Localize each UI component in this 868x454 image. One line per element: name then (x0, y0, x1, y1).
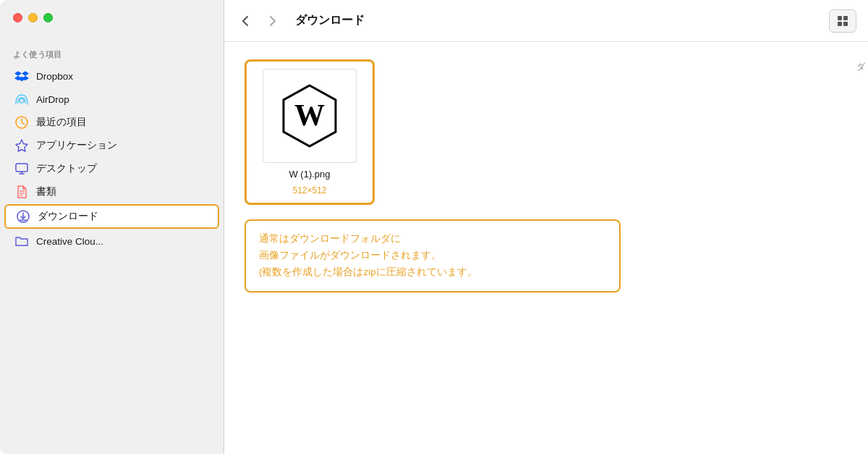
close-button[interactable] (13, 13, 22, 22)
airdrop-icon (14, 92, 29, 106)
sidebar-item-applications[interactable]: アプリケーション (4, 135, 219, 156)
sidebar-item-dropbox[interactable]: Dropbox (4, 65, 219, 87)
content-area: W W (1).png 512×512 通常はダウンロードフォルダに 画像ファイ… (224, 42, 868, 454)
sidebar-section-label: よく使う項目 (0, 43, 224, 64)
desktop-icon (14, 161, 29, 176)
sidebar-item-documents[interactable]: 書類 (4, 181, 219, 203)
view-toggle-button[interactable] (829, 9, 856, 33)
dropbox-icon (14, 69, 29, 83)
documents-icon (14, 185, 29, 199)
file-item[interactable]: W W (1).png 512×512 (244, 59, 375, 205)
main-content: ダウンロード W W (1).png 512×512 通常はダウンロードフォルダ… (224, 0, 868, 454)
dropbox-label: Dropbox (36, 71, 73, 82)
downloads-icon (16, 209, 30, 224)
back-button[interactable] (236, 12, 255, 30)
forward-button[interactable] (263, 12, 282, 30)
recents-label: 最近の項目 (36, 116, 87, 129)
traffic-lights (13, 13, 53, 22)
grid-view-icon (838, 16, 848, 26)
toolbar-title: ダウンロード (295, 13, 365, 28)
sidebar: よく使う項目 Dropbox AirDrop (0, 0, 224, 454)
airdrop-label: AirDrop (36, 94, 69, 105)
sidebar-item-desktop[interactable]: デスクトップ (4, 158, 219, 180)
sidebar-item-downloads[interactable]: ダウンロード (4, 204, 219, 229)
file-thumbnail: W (263, 69, 357, 163)
desktop-label: デスクトップ (36, 162, 97, 175)
svg-text:W: W (294, 98, 325, 132)
applications-icon (14, 138, 29, 153)
file-name: W (1).png (289, 169, 330, 180)
file-dimensions: 512×512 (292, 185, 326, 196)
folder-icon (14, 234, 29, 248)
downloads-label: ダウンロード (38, 210, 98, 223)
svg-rect-2 (16, 164, 27, 172)
file-preview-svg: W (273, 80, 346, 152)
recents-icon (14, 115, 29, 130)
fullscreen-button[interactable] (43, 13, 53, 22)
info-box-text: 通常はダウンロードフォルダに 画像ファイルがダウンロードされます。 (複数を作成… (259, 231, 606, 281)
minimize-button[interactable] (28, 13, 38, 22)
applications-label: アプリケーション (36, 139, 117, 152)
documents-label: 書類 (36, 185, 56, 198)
sidebar-item-airdrop[interactable]: AirDrop (4, 88, 219, 110)
creative-cloud-label: Creative Clou... (36, 236, 103, 247)
info-box: 通常はダウンロードフォルダに 画像ファイルがダウンロードされます。 (複数を作成… (244, 219, 621, 293)
toolbar: ダウンロード (224, 0, 868, 42)
scroll-label: ダ (853, 52, 868, 68)
sidebar-item-creative-cloud[interactable]: Creative Clou... (4, 230, 219, 252)
sidebar-item-recents[interactable]: 最近の項目 (4, 112, 219, 133)
svg-point-0 (20, 98, 24, 103)
